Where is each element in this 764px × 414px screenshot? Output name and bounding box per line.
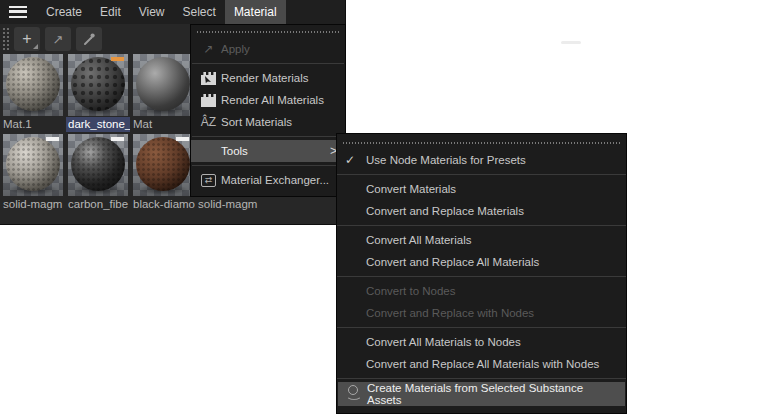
submenu-item-use-node-materials[interactable]: ✓ Use Node Materials for Presets (337, 149, 626, 171)
material-name-label-selected[interactable]: dark_stone_ (66, 117, 130, 132)
layer-tag-white (111, 137, 124, 141)
material-item[interactable]: carbon_fibe (68, 134, 131, 196)
material-name-label[interactable]: Mat (133, 117, 197, 132)
apply-arrow-icon: ↗ (53, 33, 64, 46)
submenu-item-label: Use Node Materials for Presets (366, 154, 526, 166)
checkmark-icon: ✓ (345, 153, 366, 167)
material-menu: ↗ Apply Render Materials Render All Mate… (190, 24, 346, 197)
material-item[interactable]: dark_stone_ (68, 54, 131, 116)
menu-item-material-exchanger[interactable]: ⇄ Material Exchanger... (191, 169, 345, 191)
menu-separator (192, 63, 344, 64)
submenu-item-label: Create Materials from Selected Substance… (367, 382, 617, 406)
submenu-item-label: Convert to Nodes (366, 285, 456, 297)
sort-az-icon: ÂZ (196, 115, 221, 129)
material-name-label[interactable]: solid-magm (198, 197, 262, 212)
submenu-item-convert-to-nodes: Convert to Nodes (337, 280, 626, 302)
apply-material-button[interactable]: ↗ (45, 27, 71, 51)
pick-material-button[interactable] (76, 27, 102, 51)
dropdown-corner-icon (33, 44, 38, 49)
material-name-label[interactable]: solid-magm (3, 197, 67, 212)
menu-item-render-materials[interactable]: Render Materials (191, 67, 345, 89)
menu-item-label: Apply (221, 43, 250, 55)
submenu-item-convert-all-materials[interactable]: Convert All Materials (337, 229, 626, 251)
menu-item-label: Tools (221, 145, 248, 157)
menu-separator (337, 327, 626, 328)
submenu-item-label: Convert and Replace All Materials (366, 256, 539, 268)
menu-separator (337, 378, 626, 379)
menu-item-label: Render All Materials (221, 94, 324, 106)
menu-item-sort-materials[interactable]: ÂZ Sort Materials (191, 111, 345, 133)
toolbar-grip-handle[interactable] (2, 27, 9, 51)
submenu-item-create-materials-from-substance[interactable]: Create Materials from Selected Substance… (338, 382, 625, 406)
menu-item-label: Material Exchanger... (221, 174, 329, 186)
material-sphere-preview (136, 137, 190, 191)
tools-submenu: ✓ Use Node Materials for Presets Convert… (336, 133, 627, 414)
layer-tag-white (46, 137, 59, 141)
material-item[interactable]: Mat (133, 54, 196, 116)
material-sphere-preview (71, 57, 125, 111)
menu-item-apply: ↗ Apply (191, 38, 345, 60)
menu-item-label: Sort Materials (221, 116, 292, 128)
submenu-item-convert-replace-all-materials-with-nodes[interactable]: Convert and Replace All Materials with N… (337, 353, 626, 375)
material-thumbnail[interactable] (68, 54, 128, 116)
submenu-item-label: Convert Materials (366, 183, 456, 195)
material-thumbnail[interactable] (133, 54, 193, 116)
material-name-label[interactable]: Mat.1 (3, 117, 67, 132)
faint-artifact-mark (561, 41, 581, 44)
material-name-label[interactable]: carbon_fibe (68, 197, 132, 212)
layer-tag-orange (111, 57, 124, 61)
menu-separator (192, 165, 344, 166)
material-item[interactable]: solid-magm (3, 134, 66, 196)
submenu-item-convert-all-materials-to-nodes[interactable]: Convert All Materials to Nodes (337, 331, 626, 353)
material-exchanger-icon: ⇄ (196, 174, 221, 187)
eyedropper-icon (82, 32, 96, 46)
menubar-item-select[interactable]: Select (174, 0, 225, 24)
menu-item-label: Render Materials (221, 72, 309, 84)
menu-separator (337, 225, 626, 226)
material-thumbnail[interactable] (133, 134, 193, 196)
menubar: Create Edit View Select Material (0, 0, 345, 24)
add-material-button[interactable]: + (14, 27, 40, 51)
material-thumbnail[interactable] (3, 134, 63, 196)
submenu-item-convert-materials[interactable]: Convert Materials (337, 178, 626, 200)
menu-separator (337, 174, 626, 175)
submenu-item-label: Convert and Replace with Nodes (366, 307, 534, 319)
material-name-label[interactable]: black-diamo (133, 197, 197, 212)
submenu-item-label: Convert All Materials to Nodes (366, 336, 521, 348)
layer-tag-white (176, 137, 189, 141)
plus-icon: + (22, 31, 31, 47)
material-item[interactable]: black-diamo (133, 134, 196, 196)
material-sphere-preview (6, 57, 60, 111)
menu-tearoff-handle[interactable] (343, 142, 620, 144)
material-item[interactable]: Mat.1 (3, 54, 66, 116)
submenu-item-label: Convert All Materials (366, 234, 471, 246)
material-sphere-preview (136, 57, 190, 111)
menubar-item-view[interactable]: View (130, 0, 174, 24)
material-thumbnail[interactable] (3, 54, 63, 116)
submenu-item-label: Convert and Replace Materials (366, 205, 524, 217)
render-material-icon (196, 72, 221, 85)
material-sphere-preview (71, 137, 125, 191)
submenu-item-label: Convert and Replace All Materials with N… (366, 358, 599, 370)
substance-icon (346, 385, 367, 403)
submenu-item-convert-replace-materials[interactable]: Convert and Replace Materials (337, 200, 626, 222)
menubar-item-create[interactable]: Create (37, 0, 91, 24)
menubar-item-material[interactable]: Material (225, 0, 286, 24)
menu-tearoff-handle[interactable] (197, 31, 339, 33)
submenu-item-convert-replace-all-materials[interactable]: Convert and Replace All Materials (337, 251, 626, 273)
hamburger-icon[interactable] (9, 6, 27, 18)
submenu-item-convert-replace-with-nodes: Convert and Replace with Nodes (337, 302, 626, 324)
menu-item-render-all-materials[interactable]: Render All Materials (191, 89, 345, 111)
render-all-materials-icon (196, 94, 221, 107)
menu-item-tools[interactable]: Tools > (191, 140, 345, 162)
material-sphere-preview (6, 137, 60, 191)
menubar-item-edit[interactable]: Edit (91, 0, 130, 24)
material-thumbnail[interactable] (68, 134, 128, 196)
apply-arrow-icon: ↗ (196, 42, 221, 56)
menu-separator (192, 136, 344, 137)
menu-separator (337, 276, 626, 277)
